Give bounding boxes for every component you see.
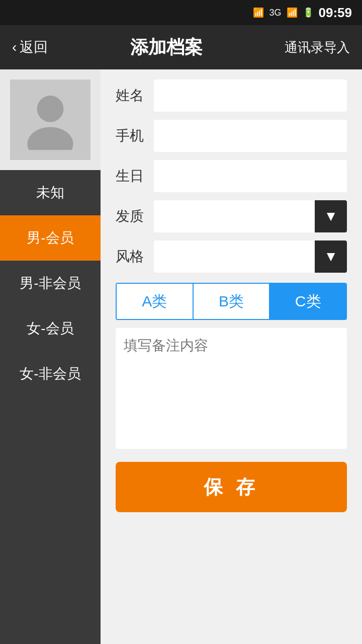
phone-row: 手机 [116,120,347,152]
sidebar-item-male-nonmember[interactable]: 男-非会员 [0,261,101,306]
main-layout: 未知 男-会员 男-非会员 女-会员 女-非会员 姓名 手机 生日 [0,69,362,644]
avatar-silhouette-icon [20,90,80,150]
sidebar-item-female-member[interactable]: 女-会员 [0,306,101,351]
sidebar-item-male-member-label: 男-会员 [27,228,73,248]
style-row: 风格 ▼ [116,240,347,273]
page-title: 添加档案 [130,35,203,60]
sidebar-item-male-nonmember-label: 男-非会员 [20,274,80,293]
birthday-row: 生日 [116,160,347,192]
hair-label: 发质 [116,207,146,226]
battery-icon: 🔋 [303,7,314,18]
sidebar-item-female-member-label: 女-会员 [27,319,73,338]
import-contacts-button[interactable]: 通讯录导入 [285,39,350,56]
back-chevron-icon: ‹ [12,39,17,55]
form-content: 姓名 手机 生日 发质 ▼ 风格 ▼ A类 [101,69,362,644]
category-button-group: A类 B类 C类 [116,283,347,320]
svg-point-0 [37,96,64,122]
avatar [10,79,90,160]
name-row: 姓名 [116,79,347,112]
phone-input[interactable] [154,120,347,152]
birthday-label: 生日 [116,167,146,186]
sidebar: 未知 男-会员 男-非会员 女-会员 女-非会员 [0,69,101,644]
wifi-icon: 📶 [253,7,264,18]
style-select[interactable]: ▼ [154,240,347,273]
birthday-input[interactable] [154,160,347,192]
category-b-button[interactable]: B类 [194,284,270,319]
phone-label: 手机 [116,126,146,145]
sidebar-item-unknown-label: 未知 [36,183,64,202]
name-input[interactable] [154,79,347,112]
style-label: 风格 [116,247,146,266]
category-c-button[interactable]: C类 [270,284,346,319]
sidebar-item-female-nonmember-label: 女-非会员 [20,364,80,383]
category-a-button[interactable]: A类 [117,284,194,319]
status-icons: 📶 3G 📶 🔋 09:59 [253,5,352,21]
style-dropdown-icon[interactable]: ▼ [315,240,347,273]
back-label: 返回 [20,38,48,57]
sidebar-item-male-member[interactable]: 男-会员 [0,215,101,261]
network-label: 3G [269,8,281,18]
note-textarea[interactable] [116,328,347,449]
svg-point-1 [27,127,73,150]
hair-select[interactable]: ▼ [154,200,347,232]
status-bar: 📶 3G 📶 🔋 09:59 [0,0,362,25]
save-button[interactable]: 保 存 [116,462,347,512]
hair-row: 发质 ▼ [116,200,347,232]
hair-dropdown-icon[interactable]: ▼ [315,200,347,232]
sidebar-item-unknown[interactable]: 未知 [0,170,101,215]
name-label: 姓名 [116,86,146,105]
status-time: 09:59 [319,5,352,21]
back-button[interactable]: ‹ 返回 [12,38,48,57]
avatar-area[interactable] [0,69,101,170]
signal-icon: 📶 [287,7,298,18]
nav-bar: ‹ 返回 添加档案 通讯录导入 [0,25,362,69]
sidebar-item-female-nonmember[interactable]: 女-非会员 [0,351,101,396]
